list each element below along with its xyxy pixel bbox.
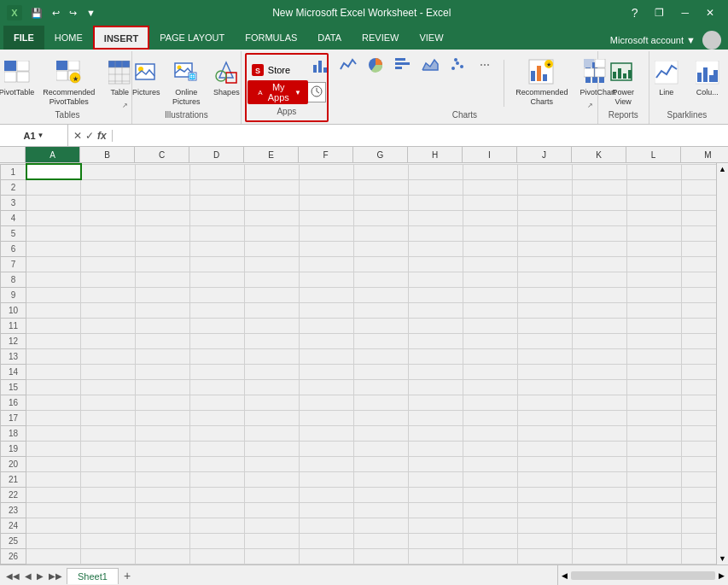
cell-B1[interactable] [81,164,136,179]
cell-J2[interactable] [518,179,573,195]
cell-E24[interactable] [245,518,300,533]
cell-C10[interactable] [136,302,190,318]
cell-J17[interactable] [518,410,573,425]
cell-E3[interactable] [245,195,300,210]
cell-K5[interactable] [573,225,627,241]
cell-A4[interactable] [26,210,81,225]
cell-K2[interactable] [573,179,627,195]
cell-D4[interactable] [190,210,245,225]
cell-F26[interactable] [300,548,354,564]
cell-F18[interactable] [300,425,354,441]
cell-B22[interactable] [81,487,136,502]
cell-L9[interactable] [627,287,682,302]
scroll-up-button[interactable]: ▲ [717,163,728,175]
cell-G20[interactable] [354,456,409,471]
cell-J23[interactable] [518,502,573,518]
cell-I7[interactable] [463,256,518,272]
cell-K13[interactable] [573,348,627,364]
cell-F24[interactable] [300,518,354,533]
cell-J25[interactable] [518,533,573,548]
cell-K1[interactable] [573,164,627,179]
area-chart-button[interactable] [420,56,440,73]
cell-A21[interactable] [26,471,81,487]
row-number[interactable]: 7 [1,256,26,272]
cell-F15[interactable] [300,379,354,395]
cell-G24[interactable] [354,518,409,533]
cell-C1[interactable] [136,164,190,179]
tab-file[interactable]: FILE [3,26,44,50]
cell-E6[interactable] [245,241,300,256]
cell-G9[interactable] [354,287,409,302]
cell-A15[interactable] [26,379,81,395]
myapps-button[interactable]: A My Apps ▼ [248,80,308,104]
cell-K18[interactable] [573,425,627,441]
cell-C6[interactable] [136,241,190,256]
row-number[interactable]: 2 [1,179,26,195]
cell-H24[interactable] [409,518,463,533]
cell-M25[interactable] [682,533,717,548]
save-button[interactable]: 💾 [27,6,46,20]
row-number[interactable]: 24 [1,518,26,533]
cell-J5[interactable] [518,225,573,241]
cell-A19[interactable] [26,441,81,456]
cell-I14[interactable] [463,364,518,379]
cell-F12[interactable] [300,333,354,348]
cell-H20[interactable] [409,456,463,471]
cell-H13[interactable] [409,348,463,364]
cell-K21[interactable] [573,471,627,487]
cell-K26[interactable] [573,548,627,564]
col-header-i[interactable]: I [463,147,517,162]
cell-C26[interactable] [136,548,190,564]
cell-H1[interactable] [409,164,463,179]
cell-G23[interactable] [354,502,409,518]
cell-J10[interactable] [518,302,573,318]
cell-C18[interactable] [136,425,190,441]
cell-L6[interactable] [627,241,682,256]
scroll-left-button[interactable]: ◀ [558,570,571,582]
cell-M13[interactable] [682,348,717,364]
cell-L15[interactable] [627,379,682,395]
cell-E22[interactable] [245,487,300,502]
cell-B21[interactable] [81,471,136,487]
cell-A7[interactable] [26,256,81,272]
cell-H22[interactable] [409,487,463,502]
cell-C25[interactable] [136,533,190,548]
cell-I18[interactable] [463,425,518,441]
cell-J21[interactable] [518,471,573,487]
cell-F10[interactable] [300,302,354,318]
cell-L3[interactable] [627,195,682,210]
name-box-dropdown[interactable]: ▼ [38,132,44,139]
row-number[interactable]: 5 [1,225,26,241]
cell-L19[interactable] [627,441,682,456]
cell-A20[interactable] [26,456,81,471]
cell-E1[interactable] [245,164,300,179]
cell-M22[interactable] [682,487,717,502]
cell-M24[interactable] [682,518,717,533]
cell-B9[interactable] [81,287,136,302]
row-number[interactable]: 19 [1,441,26,456]
cell-H5[interactable] [409,225,463,241]
cell-H19[interactable] [409,441,463,456]
cell-E11[interactable] [245,318,300,333]
sheet-nav-last[interactable]: ▶▶ [46,571,65,581]
cell-E19[interactable] [245,441,300,456]
cell-D25[interactable] [190,533,245,548]
cell-H21[interactable] [409,471,463,487]
cell-G10[interactable] [354,302,409,318]
cell-E14[interactable] [245,364,300,379]
cell-G19[interactable] [354,441,409,456]
cell-M5[interactable] [682,225,717,241]
cell-J4[interactable] [518,210,573,225]
cell-J9[interactable] [518,287,573,302]
cell-G13[interactable] [354,348,409,364]
cell-I25[interactable] [463,533,518,548]
cell-B13[interactable] [81,348,136,364]
cell-E20[interactable] [245,456,300,471]
cell-A10[interactable] [26,302,81,318]
cell-F9[interactable] [300,287,354,302]
cell-M2[interactable] [682,179,717,195]
cell-F23[interactable] [300,502,354,518]
cell-E12[interactable] [245,333,300,348]
customize-qat-button[interactable]: ▼ [83,6,99,20]
cell-F14[interactable] [300,364,354,379]
